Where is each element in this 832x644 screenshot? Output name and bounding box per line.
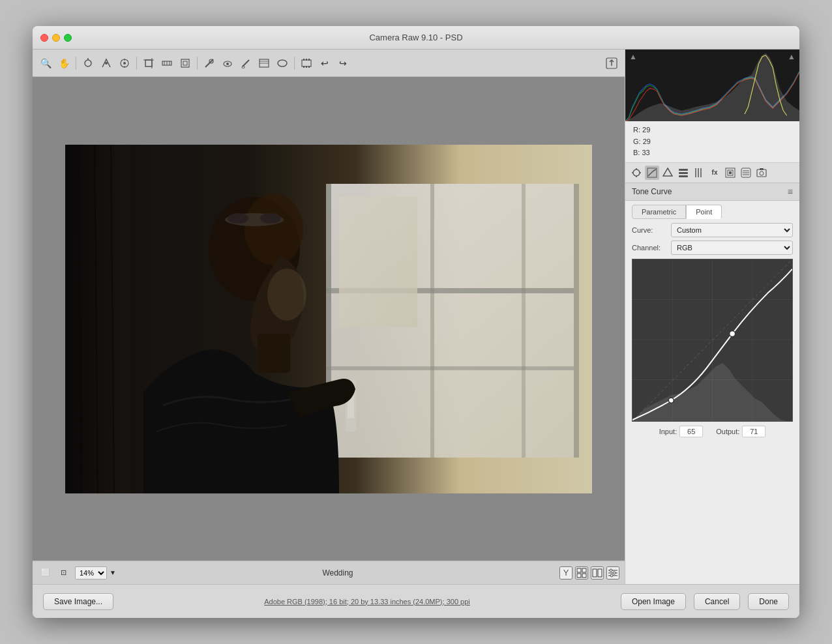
zoom-tool[interactable]: 🔍 [38,55,53,71]
transform-tool[interactable] [177,55,193,71]
svg-rect-32 [308,66,310,68]
color-sampler-tool[interactable] [98,55,114,71]
basic-panel-btn[interactable] [629,166,644,180]
curve-point-2[interactable] [730,330,735,336]
point-tab[interactable]: Point [686,205,722,219]
curve-label: Curve: [632,226,667,234]
crop-tool[interactable] [141,55,156,71]
hsl-panel-btn[interactable] [661,166,675,180]
parametric-tab[interactable]: Parametric [632,205,686,219]
photo-container [65,145,592,493]
straighten-tool[interactable] [159,55,175,71]
spot-removal-tool[interactable] [201,55,217,71]
svg-rect-79 [679,172,688,174]
channel-select[interactable]: RGB [671,241,793,255]
grid-btn[interactable] [575,566,588,579]
camera-calib-btn[interactable] [723,166,737,180]
bottom-icons: Y [559,566,619,579]
tone-curve-panel-btn[interactable] [645,166,659,180]
redeye-tool[interactable] [220,55,235,71]
presets-btn[interactable] [739,166,753,180]
settings-btn[interactable] [606,566,619,579]
compare-btn[interactable] [591,566,604,579]
zoom-fit-btn[interactable]: ⬜ [38,565,53,581]
lens-panel-btn[interactable]: fx [707,166,722,180]
tool-separator-2 [136,57,137,70]
svg-rect-40 [574,184,579,458]
titlebar: Camera Raw 9.10 - PSD [33,26,799,50]
svg-point-0 [85,60,91,66]
svg-rect-86 [729,171,732,174]
zoom-full-btn[interactable]: ⊡ [55,565,71,581]
svg-marker-77 [663,168,672,176]
traffic-lights [40,34,72,42]
svg-rect-29 [308,59,310,61]
adjustment-brush[interactable] [238,55,254,71]
rgb-values: R: 29 G: 29 B: 33 [625,121,799,163]
zoom-select[interactable]: 14% [75,566,107,579]
histogram-chart [625,50,799,121]
window-title: Camera Raw 9.10 - PSD [369,33,462,42]
output-value[interactable]: 71 [742,426,765,437]
channel-row: Channel: RGB [632,241,793,255]
svg-rect-38 [430,184,434,458]
tool-separator-4 [294,57,295,70]
done-btn[interactable]: Done [748,593,789,610]
export-btn[interactable] [604,55,619,71]
output-group: Output: 71 [716,426,765,437]
hand-tool[interactable]: ✋ [56,55,72,71]
section-title: Tone Curve [632,187,672,196]
svg-point-68 [613,572,616,574]
svg-point-71 [633,169,640,176]
curve-select[interactable]: Custom [671,223,793,237]
curve-point-1[interactable] [668,398,674,403]
svg-rect-60 [577,574,581,578]
svg-point-4 [123,62,126,65]
highlight-clip-indicator[interactable]: ▲ [788,52,795,61]
svg-rect-42 [326,366,574,370]
cancel-btn[interactable]: Cancel [694,593,740,610]
shadow-clip-indicator[interactable]: ▲ [629,52,637,61]
grad-filter[interactable] [256,55,272,71]
svg-rect-54 [258,334,290,373]
svg-rect-78 [679,169,688,171]
snapshots-btn[interactable] [754,166,769,180]
svg-rect-61 [582,574,586,578]
app-footer: Save Image... Adobe RGB (1998); 16 bit; … [33,584,799,618]
svg-rect-30 [303,66,305,68]
white-balance-tool[interactable] [80,55,96,71]
split-toning-btn[interactable] [676,166,691,180]
svg-point-50 [245,194,303,265]
tone-curve-graph[interactable] [632,259,793,422]
save-image-btn[interactable]: Save Image... [43,593,113,610]
svg-point-67 [610,569,612,572]
svg-rect-15 [183,61,187,65]
open-image-btn[interactable]: Open Image [621,593,686,610]
section-menu-icon[interactable]: ≡ [788,186,793,197]
svg-point-57 [267,269,306,321]
right-panel: ▲ ▲ R [625,50,799,584]
input-value[interactable]: 65 [679,426,703,437]
redo-btn[interactable]: ↪ [335,55,351,71]
svg-rect-39 [522,184,526,458]
input-label: Input: [659,428,677,435]
detail-panel-btn[interactable] [692,166,706,180]
flag-btn[interactable]: Y [559,566,572,579]
g-value: 29 [643,138,651,145]
target-adj-tool[interactable] [117,55,132,71]
radial-filter[interactable] [275,55,290,71]
zoom-controls: ⬜ ⊡ [38,565,71,581]
bottom-bar: ⬜ ⊡ 14% ▼ Wedding Y [33,561,625,584]
maximize-button[interactable] [64,34,72,42]
photo-image [65,145,592,493]
svg-rect-7 [145,60,152,66]
g-value-row: G: 29 [633,136,792,148]
curve-controls: Curve: Custom Channel: RGB [625,219,799,259]
undo-btn[interactable]: ↩ [317,55,333,71]
status-text[interactable]: Adobe RGB (1998); 16 bit; 20 by 13.33 in… [121,598,613,606]
filmstrip-btn[interactable] [299,55,314,71]
zoom-dropdown-icon: ▼ [110,569,116,576]
minimize-button[interactable] [52,34,60,42]
toolbar: 🔍 ✋ [33,50,625,77]
close-button[interactable] [40,34,48,42]
